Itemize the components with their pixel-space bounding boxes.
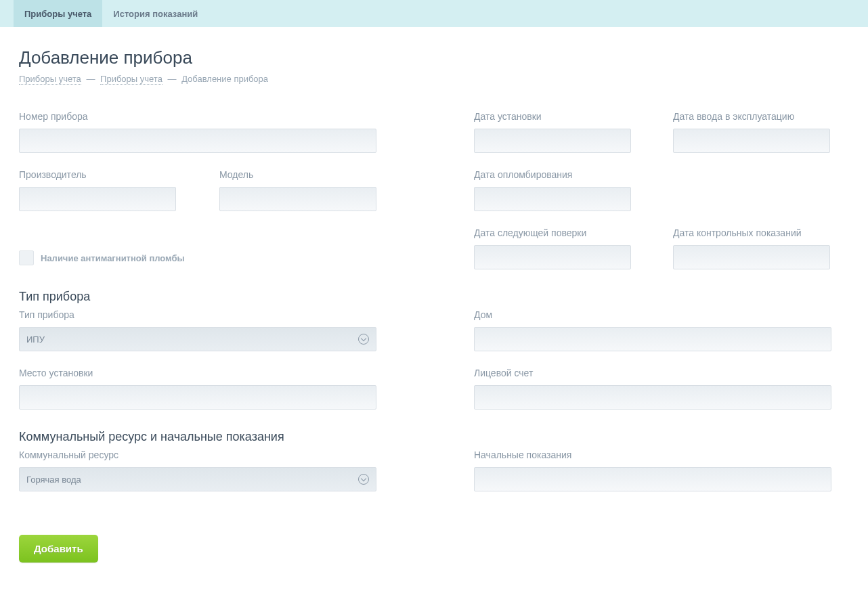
label-control-read: Дата контрольных показаний: [673, 227, 830, 238]
label-account: Лицевой счет: [474, 368, 831, 378]
page-title: Добавление прибора: [19, 47, 849, 68]
next-check-input[interactable]: [474, 245, 631, 269]
breadcrumb-link-1[interactable]: Приборы учета: [19, 74, 81, 85]
label-resource: Коммунальный ресурс: [19, 449, 376, 460]
form-row: Коммунальный ресурс Горячая вода Начальн…: [19, 449, 849, 491]
tab-history-label: История показаний: [113, 9, 198, 19]
commission-date-input[interactable]: [673, 129, 830, 153]
form-row: Наличие антимагнитной пломбы Дата следую…: [19, 227, 849, 269]
form-row: Место установки Лицевой счет: [19, 368, 849, 410]
form-row: Производитель Модель Дата опломбирования: [19, 169, 849, 211]
tab-meters[interactable]: Приборы учета: [14, 0, 102, 27]
breadcrumb-sep: —: [86, 74, 95, 84]
breadcrumb-sep: —: [168, 74, 177, 84]
label-device-number: Номер прибора: [19, 111, 376, 122]
label-install-date: Дата установки: [474, 111, 631, 122]
device-type-select[interactable]: ИПУ: [19, 327, 376, 351]
label-install-place: Место установки: [19, 368, 376, 378]
label-seal-date: Дата опломбирования: [474, 169, 631, 180]
label-commission-date: Дата ввода в эксплуатацию: [673, 111, 830, 122]
breadcrumb-current: Добавление прибора: [181, 74, 268, 84]
tab-history[interactable]: История показаний: [102, 0, 209, 27]
label-initial: Начальные показания: [474, 449, 831, 460]
house-input[interactable]: [474, 327, 831, 351]
device-type-value: ИПУ: [26, 334, 45, 345]
add-button[interactable]: Добавить: [19, 535, 98, 563]
tab-meters-label: Приборы учета: [24, 9, 91, 19]
label-next-check: Дата следующей поверки: [474, 227, 631, 238]
section-device-type: Тип прибора: [19, 290, 849, 304]
label-manufacturer: Производитель: [19, 169, 176, 180]
antimagnetic-label: Наличие антимагнитной пломбы: [41, 253, 185, 263]
resource-value: Горячая вода: [26, 475, 81, 485]
page-content: Добавление прибора Приборы учета — Прибо…: [0, 27, 868, 590]
label-model: Модель: [219, 169, 376, 180]
control-read-input[interactable]: [673, 245, 830, 269]
chevron-down-icon: [358, 334, 369, 345]
section-resource: Коммунальный ресурс и начальные показани…: [19, 430, 849, 444]
form-row: Номер прибора Дата установки Дата ввода …: [19, 111, 849, 153]
model-input[interactable]: [219, 187, 376, 211]
manufacturer-input[interactable]: [19, 187, 176, 211]
seal-date-input[interactable]: [474, 187, 631, 211]
breadcrumb: Приборы учета — Приборы учета — Добавлен…: [19, 74, 849, 84]
breadcrumb-link-2[interactable]: Приборы учета: [100, 74, 162, 85]
initial-reading-input[interactable]: [474, 467, 831, 491]
antimagnetic-checkbox[interactable]: [19, 250, 34, 265]
resource-select[interactable]: Горячая вода: [19, 467, 376, 491]
install-date-input[interactable]: [474, 129, 631, 153]
tab-bar: Приборы учета История показаний: [0, 0, 868, 27]
label-house: Дом: [474, 309, 831, 320]
form-row: Тип прибора ИПУ Дом: [19, 309, 849, 351]
add-button-label: Добавить: [34, 543, 83, 554]
install-place-input[interactable]: [19, 385, 376, 410]
device-number-input[interactable]: [19, 129, 376, 153]
account-input[interactable]: [474, 385, 831, 410]
label-device-type: Тип прибора: [19, 309, 376, 320]
chevron-down-icon: [358, 474, 369, 485]
